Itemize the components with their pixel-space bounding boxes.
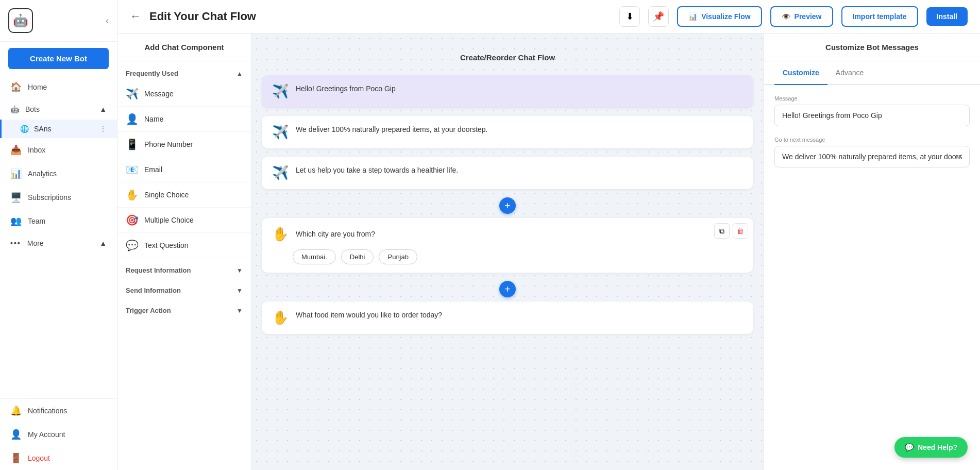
component-phone-number[interactable]: 📱 Phone Number bbox=[117, 132, 251, 157]
sidebar-item-sans[interactable]: 🌐 SAns ⋮ bbox=[0, 120, 117, 138]
choice-option-punjab[interactable]: Punjab bbox=[379, 249, 417, 264]
main-content: ← Edit Your Chat Flow ⬇ 📌 📊 Visualize Fl… bbox=[117, 0, 980, 470]
greet-bot-icon: ✈️ bbox=[272, 83, 289, 99]
choice-option-mumbai[interactable]: Mumbai. bbox=[293, 249, 336, 264]
greet-text: Hello! Greetings from Poco Gip bbox=[296, 83, 396, 94]
help-text: Let us help you take a step towards a he… bbox=[296, 165, 458, 176]
next-message-label: Go to next message bbox=[774, 137, 970, 143]
component-text-question-label: Text Question bbox=[144, 241, 189, 249]
frequently-used-section[interactable]: Frequently Used ▲ bbox=[117, 61, 251, 81]
component-email[interactable]: 📧 Email bbox=[117, 157, 251, 182]
chat-item-deliver[interactable]: ✈️ We deliver 100% naturally prepared it… bbox=[262, 116, 753, 148]
download-button[interactable]: ⬇ bbox=[619, 6, 640, 27]
sidebar-label-home: Home bbox=[28, 83, 47, 91]
sidebar-item-team[interactable]: 👥 Team bbox=[0, 209, 117, 233]
component-text-question[interactable]: 💬 Text Question bbox=[117, 233, 251, 258]
text-question-icon: 💬 bbox=[126, 239, 138, 251]
request-information-section[interactable]: Request Information ▼ bbox=[117, 258, 251, 278]
sidebar-logo: 🤖 ‹ bbox=[0, 0, 117, 42]
chat-item-food[interactable]: ✋ What food item would you like to order… bbox=[262, 301, 753, 334]
add-button-1[interactable]: + bbox=[499, 197, 516, 214]
send-information-section[interactable]: Send Information ▼ bbox=[117, 278, 251, 298]
add-button-2[interactable]: + bbox=[499, 281, 516, 297]
sidebar-item-more[interactable]: ••• More ▲ bbox=[0, 233, 117, 254]
preview-button[interactable]: 👁️ Preview bbox=[770, 6, 833, 27]
sans-more-icon[interactable]: ⋮ bbox=[99, 125, 107, 133]
sidebar-item-home[interactable]: 🏠 Home bbox=[0, 75, 117, 99]
chat-item-greet[interactable]: ✈️ Hello! Greetings from Poco Gip bbox=[262, 75, 753, 108]
left-panel-header: Add Chat Component bbox=[117, 33, 251, 61]
component-single-choice[interactable]: ✋ Single Choice bbox=[117, 182, 251, 208]
send-info-label: Send Information bbox=[126, 287, 181, 294]
delete-button[interactable]: 🗑 bbox=[733, 223, 748, 239]
sidebar-item-bots[interactable]: 🤖 Bots ▲ bbox=[0, 99, 117, 120]
sans-globe-icon: 🌐 bbox=[20, 125, 29, 133]
choice-option-delhi[interactable]: Delhi bbox=[341, 249, 374, 264]
help-button[interactable]: 💬 Need Help? bbox=[894, 437, 968, 458]
sidebar-label-my-account: My Account bbox=[28, 430, 65, 439]
trigger-action-label: Trigger Action bbox=[126, 307, 171, 314]
logo-icon: 🤖 bbox=[8, 8, 33, 33]
sidebar-label-logout: Logout bbox=[28, 454, 50, 462]
sidebar-label-team: Team bbox=[28, 217, 45, 225]
share-icon: 📌 bbox=[653, 11, 664, 22]
request-info-chevron: ▼ bbox=[236, 267, 243, 274]
right-panel-content: Message Go to next message We deliver 10… bbox=[764, 85, 980, 188]
team-icon: 👥 bbox=[10, 215, 22, 227]
chat-item-city[interactable]: ⧉ 🗑 ✋ Which city are you from? Mumbai. D… bbox=[262, 218, 753, 273]
right-panel-tabs: Customize Advance bbox=[764, 61, 980, 85]
choice-options: Mumbai. Delhi Punjab bbox=[272, 249, 743, 264]
single-choice-icon: ✋ bbox=[126, 189, 138, 201]
sidebar-item-analytics[interactable]: 📊 Analytics bbox=[0, 162, 117, 186]
tab-customize[interactable]: Customize bbox=[774, 61, 827, 85]
message-input[interactable] bbox=[774, 105, 970, 126]
visualize-flow-button[interactable]: 📊 Visualize Flow bbox=[677, 6, 762, 27]
copy-button[interactable]: ⧉ bbox=[714, 223, 730, 239]
collapse-button[interactable]: ‹ bbox=[106, 15, 109, 26]
left-panel: Add Chat Component Frequently Used ▲ ✈️ … bbox=[117, 33, 251, 470]
multiple-choice-icon: 🎯 bbox=[126, 214, 138, 226]
tab-advance[interactable]: Advance bbox=[827, 61, 872, 85]
my-account-icon: 👤 bbox=[10, 429, 22, 440]
help-label: Need Help? bbox=[918, 443, 957, 451]
create-new-bot-button[interactable]: Create New Bot bbox=[8, 48, 109, 69]
sidebar-item-logout[interactable]: 🚪 Logout bbox=[0, 446, 117, 470]
visualize-icon: 📊 bbox=[688, 12, 697, 21]
next-message-select[interactable]: We deliver 100% naturally prepared items… bbox=[774, 146, 970, 167]
sidebar-item-subscriptions[interactable]: 🖥️ Subscriptions bbox=[0, 186, 117, 209]
trigger-action-chevron: ▼ bbox=[236, 307, 243, 314]
name-icon: 👤 bbox=[126, 113, 138, 125]
sidebar-item-inbox[interactable]: 📥 Inbox bbox=[0, 138, 117, 162]
sidebar-item-notifications[interactable]: 🔔 Notifications bbox=[0, 399, 117, 423]
email-icon: 📧 bbox=[126, 163, 138, 176]
component-multiple-choice-label: Multiple Choice bbox=[144, 216, 194, 224]
choice-card-header: ✋ Which city are you from? bbox=[272, 226, 743, 242]
component-message[interactable]: ✈️ Message bbox=[117, 81, 251, 107]
component-name-label: Name bbox=[144, 115, 163, 123]
notifications-icon: 🔔 bbox=[10, 405, 22, 416]
component-multiple-choice[interactable]: 🎯 Multiple Choice bbox=[117, 208, 251, 233]
share-button[interactable]: 📌 bbox=[648, 6, 669, 27]
sidebar-label-subscriptions: Subscriptions bbox=[28, 193, 71, 202]
right-panel-header: Customize Bot Messages bbox=[764, 33, 980, 61]
back-button[interactable]: ← bbox=[130, 10, 141, 23]
deliver-bot-icon: ✈️ bbox=[272, 124, 289, 140]
component-message-label: Message bbox=[144, 90, 174, 98]
component-single-choice-label: Single Choice bbox=[144, 191, 189, 199]
subscriptions-icon: 🖥️ bbox=[10, 192, 22, 203]
page-title: Edit Your Chat Flow bbox=[149, 10, 611, 23]
install-button[interactable]: Install bbox=[926, 7, 968, 26]
sidebar-label-analytics: Analytics bbox=[28, 170, 57, 178]
sidebar-label-inbox: Inbox bbox=[28, 146, 45, 154]
chat-item-help[interactable]: ✈️ Let us help you take a step towards a… bbox=[262, 157, 753, 189]
next-message-form-group: Go to next message We deliver 100% natur… bbox=[774, 137, 970, 167]
preview-icon: 👁️ bbox=[782, 12, 790, 21]
home-icon: 🏠 bbox=[10, 81, 22, 93]
trigger-action-section[interactable]: Trigger Action ▼ bbox=[117, 298, 251, 318]
component-name[interactable]: 👤 Name bbox=[117, 107, 251, 132]
help-bot-icon: ✈️ bbox=[272, 165, 289, 181]
import-template-button[interactable]: Import template bbox=[841, 6, 918, 27]
message-form-group: Message bbox=[774, 95, 970, 126]
component-email-label: Email bbox=[144, 165, 162, 174]
sidebar-item-my-account[interactable]: 👤 My Account bbox=[0, 423, 117, 446]
